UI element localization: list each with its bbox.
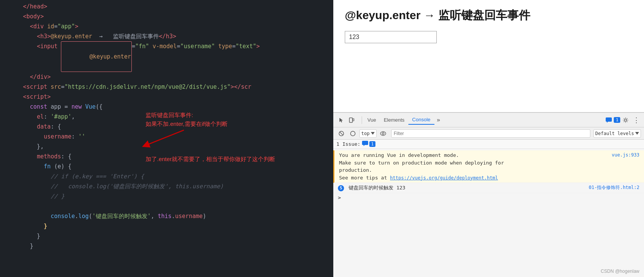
code-token: "app": [57, 21, 75, 31]
code-token: <script>: [23, 92, 51, 102]
code-line: console . log ( '键盘回车的时候触发' , this . use…: [0, 211, 333, 221]
console-prompt: >: [333, 193, 644, 202]
tab-divider: [362, 116, 362, 124]
console-text-main: You are running Vue in development mode.: [339, 152, 504, 159]
message-icon: [605, 117, 612, 123]
default-levels-selector[interactable]: Default levels: [593, 129, 641, 138]
filter-input[interactable]: [391, 129, 590, 138]
preview-area: @keyup.enter → 监听键盘回车事件: [333, 0, 644, 112]
devtools-icons: [336, 115, 357, 125]
code-token: :: [44, 112, 51, 122]
code-line: <div id = "app" >: [0, 21, 333, 31]
settings-icon[interactable]: [620, 115, 631, 125]
code-line: <h3> @keyup.enter → 监听键盘回车事件 </h3>: [0, 31, 333, 41]
badge-count: 1: [614, 117, 620, 123]
console-toolbar: top Default levels: [333, 127, 644, 140]
code-token: [23, 21, 30, 31]
code-token: :: [71, 132, 78, 142]
code-token: @keyup.enter: [90, 53, 131, 60]
code-token: (e) {: [51, 161, 71, 171]
code-token: ,: [71, 112, 75, 122]
code-line: <script>: [0, 92, 333, 102]
stop-icon[interactable]: [348, 129, 358, 138]
code-token: [23, 132, 44, 142]
code-token: [23, 211, 51, 221]
right-panel: @keyup.enter → 监听键盘回车事件 Vue Elements Con…: [333, 0, 644, 277]
preview-input[interactable]: [345, 31, 437, 43]
cursor-icon[interactable]: [336, 115, 346, 125]
code-token: <div: [30, 21, 44, 31]
tab-more[interactable]: »: [434, 116, 443, 124]
code-token: "username": [180, 41, 215, 72]
svg-line-1: [146, 130, 184, 145]
tab-console[interactable]: Console: [408, 115, 434, 125]
console-log-content: 5 键盘回车的时候触发 123: [338, 184, 405, 192]
device-icon[interactable]: [346, 115, 357, 125]
code-line: [0, 201, 333, 211]
code-token: : {: [51, 122, 61, 132]
code-token: >: [256, 41, 260, 72]
code-token: }: [23, 231, 40, 241]
top-selector[interactable]: top: [359, 129, 377, 138]
code-token: [23, 201, 26, 211]
code-token: [23, 31, 37, 41]
code-token: data: [37, 122, 51, 132]
code-token: src: [47, 82, 61, 92]
code-line: <script src = "https://cdn.jsdelivr.net/…: [0, 82, 333, 92]
more-options-icon[interactable]: ⋮: [631, 115, 642, 125]
code-token: [23, 152, 37, 161]
code-token: log: [79, 211, 89, 221]
code-token: fn: [44, 161, 51, 171]
code-token: const: [30, 102, 47, 112]
code-line: <body>: [0, 11, 333, 21]
code-token: =: [61, 82, 64, 92]
console-log-row: You are running Vue in development mode.…: [339, 152, 639, 181]
preview-title: @keyup.enter → 监听键盘回车事件: [345, 8, 633, 23]
annotation-line1: 监听键盘回车事件:: [146, 111, 275, 120]
code-token: =: [132, 41, 135, 72]
svg-point-6: [624, 119, 627, 121]
svg-marker-15: [364, 145, 365, 146]
code-token: // if (e.key === 'Enter') {: [23, 171, 144, 181]
code-token: // }: [23, 191, 64, 201]
code-token: el: [37, 112, 44, 122]
code-token: [23, 122, 37, 132]
svg-marker-5: [607, 122, 608, 123]
svg-rect-3: [353, 119, 354, 121]
code-token: ,: [151, 211, 158, 221]
code-token: }: [23, 221, 47, 231]
code-token: id: [44, 21, 54, 31]
code-token: [23, 161, 44, 171]
code-token: <h3>: [37, 31, 51, 41]
svg-rect-4: [606, 117, 612, 122]
highlight-attr: @keyup.enter: [61, 41, 132, 72]
code-token: new: [71, 102, 82, 112]
clear-console-button[interactable]: [336, 129, 346, 138]
code-token: "text": [236, 41, 256, 72]
svg-marker-13: [635, 132, 639, 135]
tab-elements[interactable]: Elements: [380, 116, 408, 124]
svg-point-11: [380, 132, 386, 135]
code-token: "fn": [135, 41, 149, 72]
console-log-line: You are running Vue in development mode.…: [333, 150, 644, 183]
eye-icon[interactable]: [378, 129, 388, 138]
code-line: // }: [0, 191, 333, 201]
tab-vue[interactable]: Vue: [364, 116, 380, 124]
code-token: =: [177, 41, 180, 72]
code-token: '键盘回车的时候触发': [92, 211, 151, 221]
console-text-extra2: production.: [339, 166, 504, 174]
issues-icon: [362, 141, 368, 147]
code-token: // console.log('键盘回车的时候触发', this.usernam…: [23, 181, 223, 191]
code-token: [23, 112, 37, 122]
code-token: type: [215, 41, 232, 72]
code-token: =: [54, 21, 57, 31]
devtools-panel: Vue Elements Console » 1 ⋮: [333, 112, 644, 277]
svg-rect-14: [362, 141, 368, 145]
console-source-2: 01-指令修饰符.html:2: [589, 184, 639, 191]
default-levels-label: Default levels: [595, 131, 634, 136]
vue-guide-link[interactable]: https://vuejs.org/guide/deployment.html: [390, 175, 498, 181]
console-log-message: 键盘回车的时候触发 123: [349, 185, 405, 191]
console-text-extra3: See more tips at https://vuejs.org/guide…: [339, 174, 504, 182]
console-source: vue.js:933: [612, 152, 639, 158]
log-badge: 5: [338, 185, 344, 191]
